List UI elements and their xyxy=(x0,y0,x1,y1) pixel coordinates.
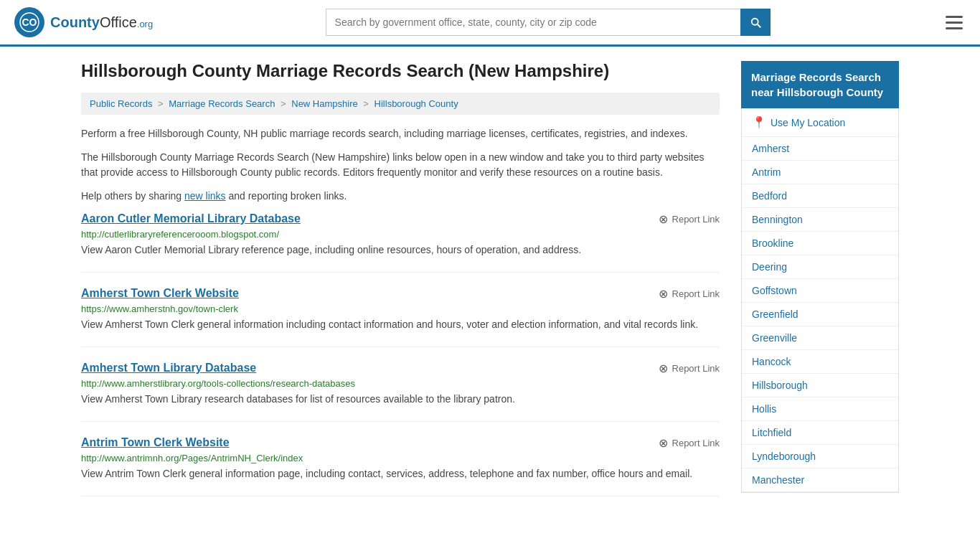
use-location-link[interactable]: Use My Location xyxy=(771,117,845,128)
sidebar-link-deering[interactable]: Deering xyxy=(742,255,898,279)
sidebar-link-amherst[interactable]: Amherst xyxy=(742,137,898,161)
breadcrumb-sep-2: > xyxy=(281,98,288,109)
report-label-0: Report Link xyxy=(672,214,720,225)
main-container: Hillsborough County Marriage Records Sea… xyxy=(60,47,920,525)
result-title-1[interactable]: Amherst Town Clerk Website xyxy=(81,287,239,300)
sidebar-link-antrim[interactable]: Antrim xyxy=(742,161,898,184)
breadcrumb-sep-1: > xyxy=(158,98,166,109)
site-header: CO CountyOffice.org xyxy=(0,0,980,47)
svg-text:CO: CO xyxy=(22,17,37,28)
result-title-0[interactable]: Aaron Cutler Memorial Library Database xyxy=(81,212,301,225)
result-title-row-0: Aaron Cutler Memorial Library Database ⊗… xyxy=(81,212,720,226)
result-title-row-2: Amherst Town Library Database ⊗ Report L… xyxy=(81,362,720,375)
results-list: Aaron Cutler Memorial Library Database ⊗… xyxy=(81,212,720,496)
sidebar-link-hancock[interactable]: Hancock xyxy=(742,350,898,374)
page-title: Hillsborough County Marriage Records Sea… xyxy=(81,61,720,81)
result-url-0[interactable]: http://cutlerlibraryreferencerooom.blogs… xyxy=(81,229,720,240)
result-title-2[interactable]: Amherst Town Library Database xyxy=(81,362,256,375)
result-item-0: Aaron Cutler Memorial Library Database ⊗… xyxy=(81,212,720,273)
report-icon-2: ⊗ xyxy=(659,362,668,375)
sidebar-link-greenfield[interactable]: Greenfield xyxy=(742,303,898,326)
sidebar-link-bennington[interactable]: Bennington xyxy=(742,208,898,232)
report-label-3: Report Link xyxy=(672,438,720,448)
report-icon-3: ⊗ xyxy=(659,436,668,450)
search-icon xyxy=(749,16,762,29)
report-link-1[interactable]: ⊗ Report Link xyxy=(659,287,720,301)
result-desc-3: View Antrim Town Clerk general informati… xyxy=(81,466,720,481)
sidebar-link-litchfield[interactable]: Litchfield xyxy=(742,421,898,445)
logo-area: CO CountyOffice.org xyxy=(14,7,153,37)
search-button[interactable] xyxy=(740,9,771,36)
report-icon-0: ⊗ xyxy=(659,212,668,226)
desc-para3-suffix: and reporting broken links. xyxy=(226,190,347,202)
breadcrumb: Public Records > Marriage Records Search… xyxy=(81,93,720,115)
sidebar-link-hollis[interactable]: Hollis xyxy=(742,397,898,421)
report-label-2: Report Link xyxy=(672,363,720,374)
report-label-1: Report Link xyxy=(672,288,720,299)
result-title-row-1: Amherst Town Clerk Website ⊗ Report Link xyxy=(81,287,720,301)
result-item-2: Amherst Town Library Database ⊗ Report L… xyxy=(81,362,720,422)
pin-icon: 📍 xyxy=(752,116,766,129)
result-desc-0: View Aaron Cutler Memorial Library refer… xyxy=(81,242,720,258)
sidebar-content: 📍 Use My Location Amherst Antrim Bedford… xyxy=(741,108,899,493)
report-icon-1: ⊗ xyxy=(659,287,668,301)
report-link-0[interactable]: ⊗ Report Link xyxy=(659,212,720,226)
logo-icon: CO xyxy=(14,7,44,37)
use-my-location[interactable]: 📍 Use My Location xyxy=(742,108,898,137)
result-item-1: Amherst Town Clerk Website ⊗ Report Link… xyxy=(81,287,720,347)
sidebar-header: Marriage Records Search near Hillsboroug… xyxy=(741,61,899,108)
sidebar-link-goffstown[interactable]: Goffstown xyxy=(742,279,898,303)
sidebar-link-hillsborough[interactable]: Hillsborough xyxy=(742,374,898,397)
menu-line-3 xyxy=(946,27,963,29)
search-input[interactable] xyxy=(326,9,740,36)
breadcrumb-hillsborough-county[interactable]: Hillsborough County xyxy=(374,98,458,109)
new-links-link[interactable]: new links xyxy=(184,190,226,202)
result-url-2[interactable]: http://www.amherstlibrary.org/tools-coll… xyxy=(81,378,720,389)
sidebar-link-bedford[interactable]: Bedford xyxy=(742,184,898,208)
desc-para3-prefix: Help others by sharing xyxy=(81,190,184,202)
result-desc-2: View Amherst Town Library research datab… xyxy=(81,392,720,407)
menu-line-1 xyxy=(946,16,963,18)
report-link-2[interactable]: ⊗ Report Link xyxy=(659,362,720,375)
description-para2: The Hillsborough County Marriage Records… xyxy=(81,150,720,180)
description-para1: Perform a free Hillsborough County, NH p… xyxy=(81,126,720,141)
result-title-3[interactable]: Antrim Town Clerk Website xyxy=(81,436,230,449)
result-desc-1: View Amherst Town Clerk general informat… xyxy=(81,317,720,332)
sidebar-link-lyndeborough[interactable]: Lyndeborough xyxy=(742,445,898,468)
breadcrumb-new-hampshire[interactable]: New Hampshire xyxy=(291,98,357,109)
breadcrumb-marriage-records[interactable]: Marriage Records Search xyxy=(169,98,275,109)
content-area: Hillsborough County Marriage Records Sea… xyxy=(81,61,720,511)
menu-button[interactable] xyxy=(943,13,966,32)
logo-text: CountyOffice.org xyxy=(50,14,153,31)
menu-line-2 xyxy=(946,22,963,24)
report-link-3[interactable]: ⊗ Report Link xyxy=(659,436,720,450)
sidebar-link-manchester[interactable]: Manchester xyxy=(742,468,898,492)
result-item-3: Antrim Town Clerk Website ⊗ Report Link … xyxy=(81,436,720,496)
result-title-row-3: Antrim Town Clerk Website ⊗ Report Link xyxy=(81,436,720,450)
result-url-3[interactable]: http://www.antrimnh.org/Pages/AntrimNH_C… xyxy=(81,453,720,463)
breadcrumb-sep-3: > xyxy=(363,98,371,109)
sidebar: Marriage Records Search near Hillsboroug… xyxy=(741,61,899,511)
sidebar-link-greenville[interactable]: Greenville xyxy=(742,326,898,350)
sidebar-link-brookline[interactable]: Brookline xyxy=(742,232,898,255)
result-url-1[interactable]: https://www.amherstnh.gov/town-clerk xyxy=(81,303,720,314)
search-bar xyxy=(326,9,771,36)
breadcrumb-public-records[interactable]: Public Records xyxy=(90,98,152,109)
description-para3: Help others by sharing new links and rep… xyxy=(81,189,720,204)
